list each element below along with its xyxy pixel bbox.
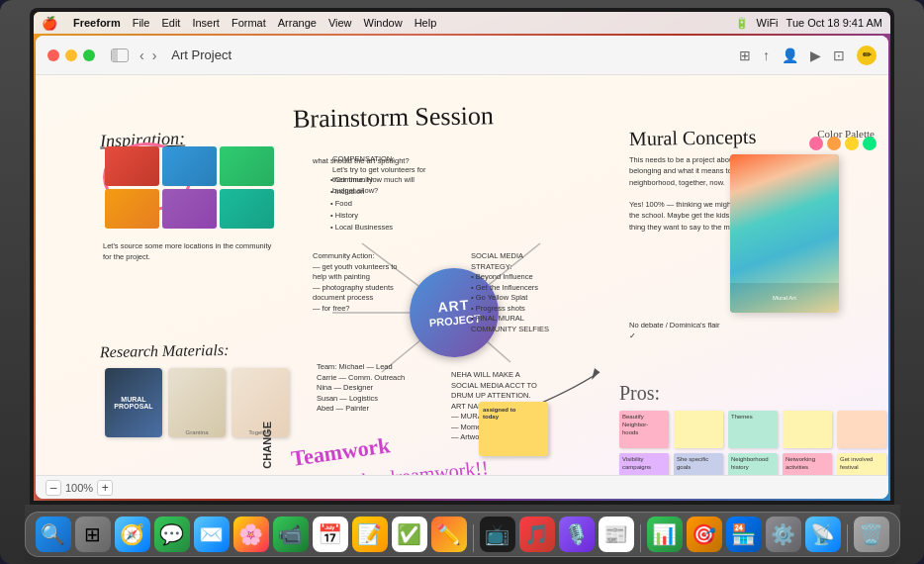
dock: 🔍 ⊞ 🧭 💬 ✉️ 🌸 📹 📅 📝 ✅ ✏️ 📺 �: [25, 512, 900, 557]
mural-label: Mural Concepts: [629, 126, 757, 150]
photo-1: [105, 146, 159, 186]
sticky-assigned[interactable]: assigned totoday: [479, 402, 548, 456]
photo-2: [162, 146, 217, 186]
menubar-battery: 🔋: [735, 17, 749, 30]
menubar-window[interactable]: Window: [364, 17, 403, 29]
sticky-s8[interactable]: Neighborhoodhistory: [728, 453, 778, 475]
titlebar-tools: ⊞ ↑ 👤 ▶ ⊡ ✏: [739, 46, 877, 65]
nav-back[interactable]: ‹: [137, 47, 147, 63]
palette-dot-orange: [827, 137, 841, 150]
dock-keynote[interactable]: 🎯: [687, 517, 722, 552]
screen-bezel: 🍎 Freeform File Edit Insert Format Arran…: [30, 8, 894, 505]
document-title: Art Project: [171, 47, 231, 62]
dock-safari[interactable]: 🧭: [115, 517, 150, 552]
dock-news[interactable]: 📰: [599, 517, 634, 552]
dock-appletv[interactable]: 📺: [480, 517, 515, 552]
nav-forward[interactable]: ›: [149, 47, 160, 63]
close-button[interactable]: [47, 49, 59, 61]
research-card-3: Together: [231, 368, 289, 437]
minimize-button[interactable]: [65, 49, 77, 61]
sticky-s4[interactable]: [783, 411, 832, 448]
dock-area: 🔍 ⊞ 🧭 💬 ✉️ 🌸 📹 📅 📝 ✅ ✏️ 📺 �: [25, 505, 900, 564]
toolbar-add-icon[interactable]: ⊞: [739, 47, 751, 63]
sidebar-toggle[interactable]: [111, 48, 129, 62]
menubar-insert[interactable]: Insert: [192, 17, 220, 29]
dock-numbers[interactable]: 📊: [647, 517, 683, 552]
dock-freeform[interactable]: ✏️: [431, 517, 467, 552]
sticky-s1[interactable]: BeautifyNeighbor-hoods: [619, 411, 669, 448]
bottom-toolbar: – 100% +: [36, 475, 888, 499]
sticky-s7[interactable]: She specificgoals: [674, 453, 723, 475]
menubar-file[interactable]: File: [133, 17, 150, 29]
menubar-time: Tue Oct 18 9:41 AM: [786, 17, 882, 29]
toolbar-user-icon[interactable]: 👤: [782, 47, 798, 63]
zoom-in-button[interactable]: +: [97, 480, 113, 496]
toolbar-share-icon[interactable]: ↑: [763, 47, 770, 63]
color-palette: [809, 137, 877, 150]
menubar-help[interactable]: Help: [415, 17, 437, 29]
menubar-view[interactable]: View: [328, 17, 352, 29]
dock-calendar[interactable]: 📅: [313, 517, 348, 552]
dock-appstore[interactable]: 🏪: [726, 517, 762, 552]
mural-artwork: Mural Art: [730, 154, 839, 313]
menubar-right: 🔋 WiFi Tue Oct 18 9:41 AM: [735, 17, 882, 30]
photo-4: [105, 189, 159, 229]
nav-arrows: ‹ ›: [137, 47, 159, 63]
apple-menu[interactable]: 🍎: [42, 16, 57, 31]
dock-messages[interactable]: 💬: [154, 517, 190, 552]
zoom-control: – 100% +: [46, 480, 113, 496]
research-card-1: MURALPROPOSAL: [105, 368, 162, 437]
dock-mail[interactable]: ✉️: [194, 517, 230, 552]
dock-reminders[interactable]: ✅: [392, 517, 427, 552]
research-card-2: Grantina: [168, 368, 226, 437]
dock-podcasts[interactable]: 🎙️: [559, 517, 595, 552]
teamwork-line1: Teamwork: [290, 432, 392, 472]
dock-photos[interactable]: 🌸: [233, 517, 269, 552]
user-avatar[interactable]: ✏: [857, 46, 877, 65]
sticky-s2[interactable]: [674, 411, 723, 448]
menubar-arrange[interactable]: Arrange: [278, 17, 317, 29]
dock-trash[interactable]: 🗑️: [854, 517, 889, 552]
sticky-s6[interactable]: Visibilitycampaigns: [619, 453, 669, 475]
dock-notes[interactable]: 📝: [352, 517, 388, 552]
maximize-button[interactable]: [83, 49, 95, 61]
titlebar: ‹ › Art Project ⊞ ↑ 👤 ▶ ⊡ ✏: [36, 36, 888, 75]
dock-systemprefs[interactable]: ⚙️: [766, 517, 801, 552]
palette-dot-pink: [809, 137, 823, 150]
zoom-level: 100%: [65, 482, 93, 494]
traffic-lights: [47, 49, 95, 61]
sticky-s3[interactable]: Themes: [728, 411, 778, 448]
pros-label: Pros:: [619, 382, 888, 405]
macos-screen: 🍎 Freeform File Edit Insert Format Arran…: [34, 12, 890, 501]
freeform-window: ‹ › Art Project ⊞ ↑ 👤 ▶ ⊡ ✏: [36, 36, 888, 499]
toolbar-video-icon[interactable]: ▶: [810, 47, 821, 63]
photo-3: [220, 146, 274, 186]
change-text: CHANGE: [261, 422, 273, 469]
sticky-s10[interactable]: Get involvedfestival: [837, 453, 886, 475]
sticky-s5[interactable]: [837, 411, 886, 448]
composition-note: COMPENSATION:Let's try to get volunteers…: [332, 154, 451, 196]
dock-divider-3: [847, 524, 848, 552]
sticky-s9[interactable]: Networkingactivities: [783, 453, 832, 475]
toolbar-more-icon[interactable]: ⊡: [833, 47, 845, 63]
dock-facetime[interactable]: 📹: [273, 517, 309, 552]
dock-launchpad[interactable]: ⊞: [75, 517, 111, 552]
photo-5: [162, 189, 217, 229]
palette-dot-yellow: [845, 137, 859, 150]
menubar-format[interactable]: Format: [231, 17, 266, 29]
dock-finder[interactable]: 🔍: [36, 517, 71, 552]
social-media-note: SOCIAL MEDIASTRATEGY:• Beyond Influence•…: [471, 251, 600, 334]
research-label: Research Materials:: [100, 341, 230, 361]
menubar-edit[interactable]: Edit: [161, 17, 180, 29]
canvas-main-title: Brainstorm Session: [293, 101, 494, 135]
dock-airdrop[interactable]: 📡: [805, 517, 841, 552]
team-list: Team: Michael — LeadCarrie — Comm. Outre…: [317, 362, 435, 415]
zoom-out-button[interactable]: –: [46, 480, 61, 496]
dock-music[interactable]: 🎵: [519, 517, 555, 552]
canvas-area[interactable]: Brainstorm Session Inspiration:: [36, 75, 888, 475]
menubar: 🍎 Freeform File Edit Insert Format Arran…: [34, 12, 890, 34]
palette-dot-green: [863, 137, 877, 150]
laptop-shell: 🍎 Freeform File Edit Insert Format Arran…: [0, 0, 924, 564]
menubar-freeform[interactable]: Freeform: [73, 17, 121, 29]
photo-6: [220, 189, 274, 229]
